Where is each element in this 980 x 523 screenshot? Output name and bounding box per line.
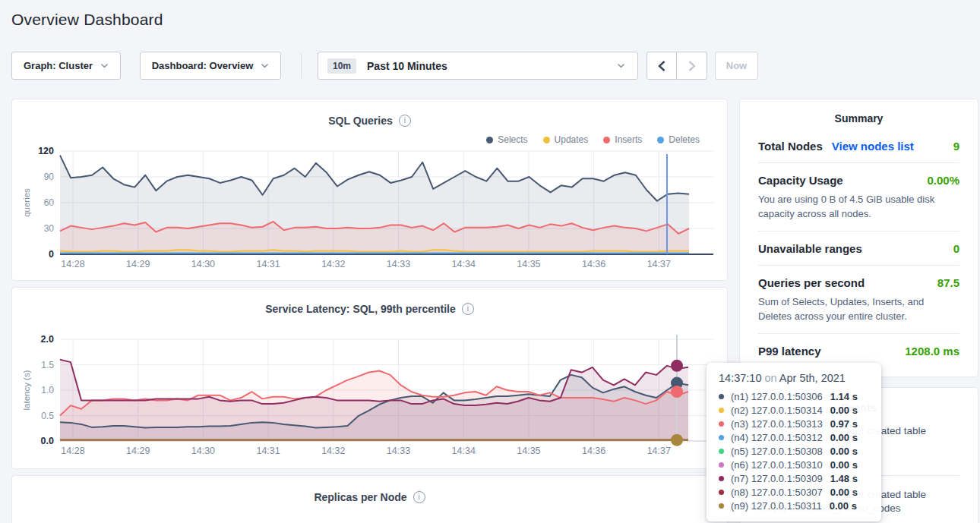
service-latency-chart[interactable]: 14:2814:2914:3014:3114:3214:3314:3414:35… — [12, 288, 729, 470]
legend-item-selects[interactable]: Selects — [486, 134, 527, 145]
tooltip-row: (n3) 127.0.0.1:503130.97 s — [719, 417, 871, 430]
svg-text:14:34: 14:34 — [452, 446, 476, 456]
tooltip-row: (n7) 127.0.0.1:503091.48 s — [719, 471, 871, 485]
svg-text:14:30: 14:30 — [191, 446, 215, 456]
legend-dot-icon — [603, 137, 610, 143]
svg-text:14:31: 14:31 — [256, 259, 280, 269]
tooltip-node-value: 0.97 s — [830, 418, 858, 430]
svg-text:14:37: 14:37 — [647, 446, 671, 456]
tooltip-node-label: (n1) 127.0.0.1:50306 — [731, 391, 823, 402]
tooltip-node-value: 1.14 s — [830, 391, 858, 402]
info-icon[interactable]: i — [413, 491, 425, 503]
svg-text:1.5: 1.5 — [41, 360, 54, 370]
total-nodes-value: 9 — [953, 140, 959, 153]
tooltip-on: on — [764, 372, 776, 384]
page-root: Overview Dashboard Graph: Cluster Dashbo… — [0, 0, 980, 523]
tooltip-node-label: (n2) 127.0.0.1:50314 — [731, 405, 823, 416]
p99-latency-value: 1208.0 ms — [905, 345, 959, 358]
legend-dot-icon — [486, 137, 493, 143]
legend-dot-icon — [657, 137, 664, 143]
tooltip-node-value: 0.00 s — [830, 487, 858, 498]
tooltip-row: (n4) 127.0.0.1:503120.00 s — [719, 430, 871, 444]
tooltip-rows: (n1) 127.0.0.1:503061.14 s(n2) 127.0.0.1… — [719, 389, 871, 512]
qps-label: Queries per second — [758, 276, 865, 289]
toolbar-divider — [301, 53, 302, 78]
info-icon[interactable]: i — [399, 115, 411, 127]
tooltip-node-label: (n5) 127.0.0.1:50308 — [731, 446, 823, 457]
legend-item-updates[interactable]: Updates — [543, 134, 589, 145]
next-range-button[interactable] — [677, 52, 707, 80]
svg-text:14:33: 14:33 — [387, 446, 410, 456]
tooltip-node-value: 1.48 s — [830, 473, 858, 484]
tooltip-time: 14:37:10 — [719, 372, 761, 384]
chevron-down-icon — [617, 63, 625, 68]
svg-text:14:32: 14:32 — [321, 446, 345, 456]
dashboard-dropdown[interactable]: Dashboard: Overview — [140, 52, 281, 80]
tooltip-row: (n6) 127.0.0.1:503100.00 s — [719, 458, 871, 471]
now-button[interactable]: Now — [715, 52, 758, 80]
summary-row-capacity: Capacity Usage 0.00% You are using 0 B o… — [758, 163, 959, 232]
view-nodes-list-link[interactable]: View nodes list — [832, 140, 914, 153]
summary-row-total-nodes: Total Nodes View nodes list 9 — [758, 129, 959, 163]
page-title: Overview Dashboard — [11, 11, 163, 29]
legend-item-inserts[interactable]: Inserts — [603, 134, 642, 145]
time-range-arrows — [646, 52, 707, 80]
chevron-right-icon — [688, 60, 697, 72]
legend-item-deletes[interactable]: Deletes — [657, 134, 700, 145]
capacity-usage-description: You are using 0 B of 4.5 GiB usable disk… — [758, 192, 959, 221]
svg-text:120: 120 — [38, 146, 54, 156]
chart-card-replicas-per-node: Replicas per Node i — [11, 475, 728, 523]
svg-text:0.5: 0.5 — [41, 411, 54, 421]
tooltip-node-value: 0.00 s — [830, 459, 858, 471]
tooltip-node-value: 0.00 s — [830, 405, 858, 416]
tooltip-node-value: 0.00 s — [830, 432, 858, 443]
legend-label: Selects — [498, 134, 527, 145]
tooltip-row: (n5) 127.0.0.1:503080.00 s — [719, 444, 871, 458]
capacity-usage-value: 0.00% — [927, 174, 959, 187]
chart-card-sql-queries: 14:2814:2914:3014:3114:3214:3314:3414:35… — [11, 99, 728, 281]
time-range-dropdown[interactable]: 10m Past 10 Minutes — [318, 52, 638, 80]
chart-legend: SelectsUpdatesInsertsDeletes — [486, 134, 700, 145]
p99-latency-label: P99 latency — [758, 345, 821, 358]
tooltip-node-label: (n8) 127.0.0.1:50307 — [731, 487, 823, 498]
summary-title: Summary — [758, 112, 959, 124]
graph-dropdown[interactable]: Graph: Cluster — [11, 52, 121, 80]
qps-value: 87.5 — [937, 276, 959, 289]
series-dot-icon — [719, 408, 724, 413]
dashboard-dropdown-label: Dashboard: Overview — [152, 60, 254, 71]
legend-dot-icon — [543, 137, 550, 143]
svg-text:14:37: 14:37 — [647, 259, 671, 269]
tooltip-node-value: 0.00 s — [830, 446, 858, 457]
qps-description: Sum of Selects, Updates, Inserts, and De… — [758, 295, 959, 323]
sql-queries-chart[interactable]: 14:2814:2914:3014:3114:3214:3314:3414:35… — [12, 99, 729, 282]
chevron-down-icon — [261, 63, 269, 68]
tooltip-row: (n9) 127.0.0.1:503110.00 s — [719, 499, 871, 512]
tooltip-node-value: 0.00 s — [830, 500, 857, 512]
summary-panel: Summary Total Nodes View nodes list 9 Ca… — [739, 99, 978, 377]
svg-text:14:32: 14:32 — [321, 259, 345, 269]
series-dot-icon — [719, 503, 724, 509]
tooltip-row: (n8) 127.0.0.1:503070.00 s — [719, 485, 871, 499]
svg-text:queries: queries — [22, 188, 31, 217]
chart-card-service-latency: 14:2814:2914:3014:3114:3214:3314:3414:35… — [11, 287, 728, 469]
svg-text:14:36: 14:36 — [582, 259, 605, 269]
svg-text:14:34: 14:34 — [452, 259, 476, 269]
legend-label: Updates — [555, 134, 589, 145]
svg-text:90: 90 — [44, 172, 55, 182]
time-range-badge: 10m — [327, 58, 356, 74]
chart-title-service-latency: Service Latency: SQL, 99th percentile — [265, 303, 456, 315]
series-dot-icon — [719, 421, 724, 427]
unavailable-ranges-value: 0 — [953, 242, 959, 255]
svg-text:14:33: 14:33 — [387, 259, 410, 269]
time-range-label: Past 10 Minutes — [367, 60, 617, 72]
series-dot-icon — [719, 476, 724, 481]
tooltip-date: Apr 5th, 2021 — [779, 372, 846, 384]
graph-dropdown-label: Graph: Cluster — [24, 60, 93, 71]
series-dot-icon — [719, 394, 724, 399]
prev-range-button[interactable] — [646, 52, 677, 80]
total-nodes-label: Total Nodes — [758, 140, 823, 153]
legend-label: Inserts — [615, 134, 642, 145]
chart-hover-tooltip: 14:37:10 on Apr 5th, 2021 (n1) 127.0.0.1… — [707, 363, 881, 521]
info-icon[interactable]: i — [462, 303, 474, 315]
series-dot-icon — [719, 449, 724, 454]
